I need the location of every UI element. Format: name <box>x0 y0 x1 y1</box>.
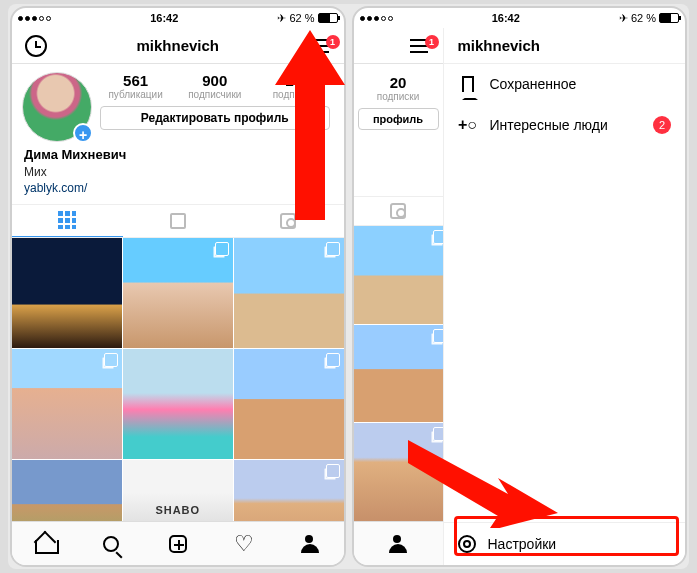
profile-bio: Дима Михневич Мих yablyk.com/ <box>12 146 344 204</box>
menu-item-label: Сохраненное <box>490 76 577 92</box>
history-icon <box>25 35 47 57</box>
grid-icon <box>58 211 76 229</box>
menu-item-discover-people[interactable]: +○ Интересные люди 2 <box>444 104 686 146</box>
menu-item-badge: 2 <box>653 116 671 134</box>
location-icon: ✈︎ <box>619 12 628 25</box>
photo-grid <box>12 238 344 521</box>
multi-icon <box>326 353 340 367</box>
multi-icon <box>104 353 118 367</box>
menu-username: mikhnevich <box>444 28 686 64</box>
menu-item-saved[interactable]: Сохраненное <box>444 64 686 104</box>
multi-icon <box>433 230 443 244</box>
tagged-icon <box>390 203 406 219</box>
feed-icon <box>170 213 186 229</box>
stat-posts[interactable]: 561 публикации <box>96 72 175 100</box>
signal-icon <box>18 16 51 21</box>
annotation-highlight-settings <box>454 516 679 556</box>
home-icon <box>35 534 55 554</box>
avatar[interactable]: + <box>22 72 92 142</box>
heart-icon: ♡ <box>234 533 254 555</box>
edit-profile-button-peek[interactable]: профиль <box>358 108 439 130</box>
photo-thumbnail[interactable] <box>234 349 344 459</box>
stat-following[interactable]: 20 подписки <box>254 72 333 100</box>
left-phone: 16:42 ✈︎ 62 % mikhnevich 1 + <box>10 6 346 567</box>
add-icon <box>169 535 187 553</box>
menu-item-label: Интересные люди <box>490 117 608 133</box>
tab-tagged[interactable] <box>233 205 344 237</box>
profile-display-name: Дима Михневич <box>24 146 332 164</box>
photo-thumbnail[interactable] <box>354 325 444 423</box>
tab-search[interactable] <box>78 522 144 565</box>
bookmark-icon <box>462 76 474 92</box>
tab-profile[interactable] <box>277 522 343 565</box>
tab-tagged-peek[interactable] <box>354 197 443 225</box>
photo-thumbnail[interactable] <box>12 460 122 521</box>
photo-thumbnail[interactable] <box>123 349 233 459</box>
menu-button[interactable]: 1 <box>403 39 435 53</box>
status-time: 16:42 <box>393 12 619 24</box>
photo-thumbnail[interactable] <box>12 238 122 348</box>
photo-thumbnail[interactable] <box>123 460 233 521</box>
battery-icon <box>659 13 679 23</box>
battery-pct: 62 % <box>631 12 656 24</box>
menu-badge: 1 <box>425 35 439 49</box>
photo-thumbnail[interactable] <box>234 238 344 348</box>
photo-thumbnail[interactable] <box>123 238 233 348</box>
tab-profile[interactable] <box>354 522 443 565</box>
history-button[interactable] <box>20 35 52 57</box>
right-phone: 16:42 ✈︎ 62 % 1 20 подписки <box>352 6 688 567</box>
tab-new[interactable] <box>145 522 211 565</box>
edit-profile-button[interactable]: Редактировать профиль <box>100 106 330 130</box>
add-story-icon[interactable]: + <box>73 123 93 143</box>
photo-thumbnail[interactable] <box>234 460 344 521</box>
multi-icon <box>326 464 340 478</box>
profile-username: mikhnevich <box>52 37 304 54</box>
battery-icon <box>318 13 338 23</box>
tab-feed[interactable] <box>123 205 234 237</box>
user-icon <box>389 535 407 553</box>
profile-peek[interactable]: 1 20 подписки профиль <box>354 28 444 565</box>
search-icon <box>103 536 119 552</box>
statusbar: 16:42 ✈︎ 62 % <box>354 8 686 28</box>
profile-summary: + 561 публикации 900 подписчики 20 подпи… <box>12 64 344 146</box>
stat-following[interactable]: 20 подписки <box>354 74 443 102</box>
profile-header: mikhnevich 1 <box>12 28 344 64</box>
tab-home[interactable] <box>12 522 78 565</box>
view-tabs <box>12 204 344 238</box>
multi-icon <box>215 242 229 256</box>
multi-icon <box>326 242 340 256</box>
tab-grid[interactable] <box>12 205 123 237</box>
photo-thumbnail[interactable] <box>354 423 444 521</box>
statusbar: 16:42 ✈︎ 62 % <box>12 8 344 28</box>
profile-bio-text: Мих <box>24 164 332 180</box>
status-time: 16:42 <box>51 12 277 24</box>
location-icon: ✈︎ <box>277 12 286 25</box>
multi-icon <box>433 329 443 343</box>
signal-icon <box>360 16 393 21</box>
add-person-icon: +○ <box>458 116 477 134</box>
photo-thumbnail[interactable] <box>354 226 444 324</box>
battery-pct: 62 % <box>289 12 314 24</box>
user-icon <box>301 535 319 553</box>
tab-activity[interactable]: ♡ <box>211 522 277 565</box>
tagged-icon <box>280 213 296 229</box>
stat-followers[interactable]: 900 подписчики <box>175 72 254 100</box>
bottom-tabbar: ♡ <box>12 521 344 565</box>
profile-link[interactable]: yablyk.com/ <box>24 180 332 196</box>
photo-thumbnail[interactable] <box>12 349 122 459</box>
multi-icon <box>433 427 443 441</box>
menu-button[interactable]: 1 <box>304 39 336 53</box>
menu-badge: 1 <box>326 35 340 49</box>
side-menu: mikhnevich Сохраненное +○ Интересные люд… <box>444 28 686 565</box>
